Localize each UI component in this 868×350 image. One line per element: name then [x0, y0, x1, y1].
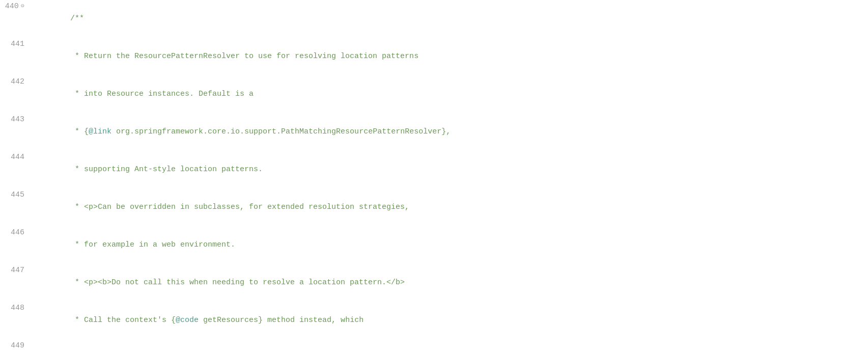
comment-text: * Return the ResourcePatternResolver to … — [70, 52, 418, 61]
comment-text: * <p>Can be overridden in subclasses, fo… — [70, 203, 409, 211]
code-line-448: 448 * Call the context's {@code getResou… — [0, 302, 868, 339]
code-line-440: 440⊖ /** — [0, 0, 868, 38]
code-line-444: 444 * supporting Ant-style location patt… — [0, 151, 868, 189]
line-content-441: * Return the ResourcePatternResolver to … — [31, 38, 418, 75]
comment-text: org.springframework.core.io.support.Path… — [111, 127, 451, 136]
code-line-449: 449 * will delegate to the ResourcePatte… — [0, 339, 868, 350]
line-number-446: 446 — [0, 227, 31, 239]
line-number-443: 443 — [0, 114, 31, 126]
comment-text: /** — [70, 14, 84, 23]
line-number-444: 444 — [0, 151, 31, 164]
fold-icon-440[interactable]: ⊖ — [21, 2, 24, 11]
comment-text: * <p><b>Do not call this when needing to… — [70, 278, 405, 287]
code-line-445: 445 * <p>Can be overridden in subclasses… — [0, 189, 868, 226]
line-number-445: 445 — [0, 189, 31, 201]
comment-text: getResources} method instead, which — [199, 316, 363, 325]
code-editor: 440⊖ /** 441 * Return the ResourcePatter… — [0, 0, 868, 350]
code-line-442: 442 * into Resource instances. Default i… — [0, 75, 868, 113]
code-line-447: 447 * <p><b>Do not call this when needin… — [0, 264, 868, 302]
line-number-449: 449 — [0, 340, 31, 350]
comment-text: * { — [70, 127, 89, 136]
line-content-440: /** — [31, 1, 84, 37]
comment-tag: @code — [176, 316, 199, 325]
line-number-441: 441 — [0, 38, 31, 50]
line-content-445: * <p>Can be overridden in subclasses, fo… — [31, 189, 409, 226]
code-line-443: 443 * {@link org.springframework.core.io… — [0, 113, 868, 151]
line-content-446: * for example in a web environment. — [31, 227, 235, 263]
code-line-441: 441 * Return the ResourcePatternResolver… — [0, 38, 868, 75]
line-number-447: 447 — [0, 264, 31, 277]
line-content-448: * Call the context's {@code getResources… — [31, 302, 363, 339]
line-content-442: * into Resource instances. Default is a — [31, 76, 254, 113]
code-line-446: 446 * for example in a web environment. — [0, 226, 868, 264]
line-number-448: 448 — [0, 302, 31, 314]
line-number-442: 442 — [0, 76, 31, 88]
line-content-444: * supporting Ant-style location patterns… — [31, 151, 263, 188]
line-content-449: * will delegate to the ResourcePatternRe… — [31, 340, 290, 350]
line-content-447: * <p><b>Do not call this when needing to… — [31, 264, 405, 301]
comment-text: * Call the context's { — [70, 316, 176, 325]
comment-text: * supporting Ant-style location patterns… — [70, 165, 263, 174]
line-content-443: * {@link org.springframework.core.io.sup… — [31, 114, 451, 150]
comment-text: * for example in a web environment. — [70, 240, 235, 249]
comment-tag: @link — [89, 127, 111, 136]
comment-text: * into Resource instances. Default is a — [70, 90, 254, 98]
line-number-440: 440⊖ — [0, 1, 31, 13]
